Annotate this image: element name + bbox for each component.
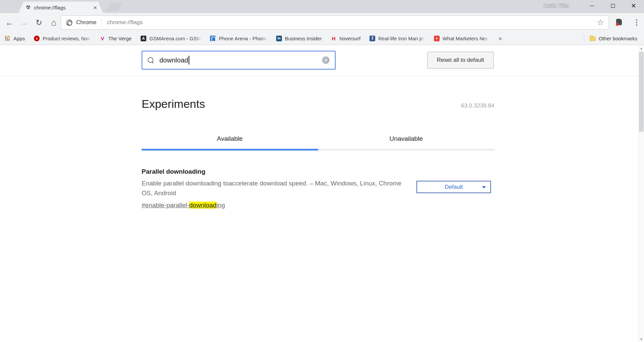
restore-icon: [611, 4, 615, 8]
scrollbar-thumb[interactable]: [639, 52, 644, 132]
active-tab[interactable]: ☢ chrome://flags ×: [18, 2, 103, 13]
bookmark-label: Phone Arena - Phone: [219, 36, 267, 41]
bookmarks-overflow-icon[interactable]: »: [498, 35, 502, 42]
bookmark-label: Business Insider: [285, 36, 322, 41]
page-title: Experiments: [142, 97, 205, 111]
apps-grid-icon: [5, 36, 10, 41]
omnibox-separator: [101, 18, 102, 27]
reload-button[interactable]: ↻: [32, 13, 46, 32]
glyph-square-icon: A: [141, 36, 146, 41]
flag-name: Parallel downloading: [142, 168, 494, 175]
evernote-extension-icon[interactable]: [615, 18, 623, 27]
restore-button[interactable]: [602, 0, 623, 11]
tab-available-label: Available: [217, 135, 243, 142]
bookmark-phone-arena[interactable]: Phone Arena - Phone: [210, 36, 267, 41]
bookmark-product-reviews[interactable]: cProduct reviews, how: [34, 36, 91, 41]
bookmark-label: Product reviews, how: [43, 36, 91, 41]
scroll-up-icon[interactable]: ▲: [639, 45, 644, 51]
glyph-square-icon: +: [434, 36, 440, 41]
chrome-version: 63.0.3239.84: [461, 102, 494, 109]
phone-icon: [210, 36, 216, 41]
bookmark-label: Apps: [13, 36, 25, 41]
bookmark-star-icon[interactable]: ☆: [597, 18, 604, 27]
flag-dropdown-value: Default: [445, 184, 463, 190]
close-button[interactable]: ×: [623, 0, 644, 11]
search-match-highlight: download: [189, 202, 216, 209]
experiments-tabs: Available Unavailable: [142, 131, 494, 151]
tab-title: chrome://flags: [34, 5, 91, 10]
other-bookmarks-button[interactable]: Other bookmarks: [590, 36, 637, 41]
dropdown-arrow-icon: [482, 186, 486, 188]
back-button[interactable]: ←: [3, 13, 16, 32]
bookmark-label: hoversurf: [340, 36, 361, 41]
flags-search-row: download × Reset all to default: [0, 45, 644, 76]
search-icon: [148, 57, 154, 63]
bookmark-hoversurf[interactable]: Hhoversurf: [331, 36, 361, 41]
chrome-logo-icon: [66, 19, 72, 26]
bookmark-business-insider[interactable]: BIBusiness Insider: [276, 36, 322, 41]
forward-button: →: [17, 13, 31, 32]
bookmarks-bar: AppscProduct reviews, howVThe VergeAGSMA…: [0, 32, 644, 45]
new-tab-button[interactable]: [106, 3, 122, 11]
tab-unavailable-underline: [318, 149, 495, 151]
flag-entry: Parallel downloading Enable parallel dow…: [142, 168, 494, 209]
text-caret: [189, 56, 189, 65]
bookmark-the-verge[interactable]: VThe Verge: [100, 36, 132, 41]
close-icon: ×: [631, 2, 636, 10]
flags-page: download × Reset all to default Experime…: [0, 45, 644, 342]
bookmarks-divider: [584, 35, 584, 42]
scroll-down-icon[interactable]: ▼: [639, 336, 644, 342]
profile-name[interactable]: Xuân Tiến: [544, 3, 569, 8]
glyph-plain-icon: H: [331, 36, 337, 41]
bookmark-label: What Marketers Nee: [443, 36, 489, 41]
bookmark-gsmarena[interactable]: AGSMArena.com - GSM: [141, 36, 201, 41]
bi-icon: BI: [276, 36, 282, 41]
omnibox-chip-label: Chrome: [76, 19, 96, 26]
tab-unavailable[interactable]: Unavailable: [318, 131, 495, 151]
window-controls: ×: [582, 0, 644, 11]
verge-icon: V: [100, 36, 105, 41]
flags-favicon-icon: ☢: [26, 5, 31, 10]
flag-dropdown[interactable]: Default: [416, 181, 491, 193]
glyph-circle-icon: c: [34, 36, 40, 41]
bookmark-real-life-iron-man[interactable]: fReal-life Iron Man jet: [369, 36, 425, 41]
fb-icon: f: [369, 36, 375, 41]
minimize-button[interactable]: [582, 0, 602, 11]
clear-search-icon[interactable]: ×: [322, 56, 330, 64]
flags-search-box[interactable]: download ×: [142, 51, 336, 70]
bookmark-apps[interactable]: Apps: [5, 36, 25, 41]
flag-permalink[interactable]: #enable-parallel-downloading: [142, 202, 225, 209]
tab-unavailable-label: Unavailable: [390, 135, 423, 142]
browser-menu-icon[interactable]: ⋮: [632, 13, 642, 32]
tab-strip: ☢ chrome://flags × Xuân Tiến ×: [0, 0, 644, 13]
search-input[interactable]: download: [159, 56, 188, 64]
flag-description: Enable parallel downloading toaccelerate…: [142, 178, 410, 198]
home-button[interactable]: ⌂: [47, 13, 60, 32]
folder-icon: [590, 37, 596, 41]
toolbar: ← → ↻ ⌂ Chrome chrome://flags ☆ ⋮: [0, 13, 644, 32]
page-scrollbar[interactable]: ▲ ▼: [638, 45, 644, 342]
tab-available-underline: [142, 149, 318, 151]
other-bookmarks-label: Other bookmarks: [599, 36, 637, 41]
bookmark-label: GSMArena.com - GSM: [149, 36, 201, 41]
bookmark-label: The Verge: [108, 36, 132, 41]
tab-close-icon[interactable]: ×: [93, 4, 97, 11]
tab-available[interactable]: Available: [142, 131, 318, 151]
minimize-icon: [590, 6, 594, 6]
bookmark-label: Real-life Iron Man jet: [378, 36, 425, 41]
url-text[interactable]: chrome://flags: [107, 19, 597, 26]
reset-all-button[interactable]: Reset all to default: [427, 52, 494, 69]
omnibox[interactable]: Chrome chrome://flags ☆: [61, 15, 609, 30]
bookmark-what-marketers[interactable]: +What Marketers Nee: [434, 36, 489, 41]
